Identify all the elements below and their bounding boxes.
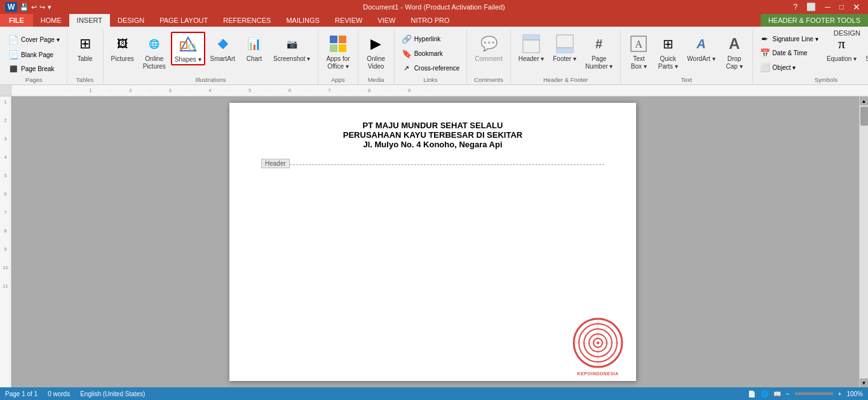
page-break-btn[interactable]: ⬛ Header Page Break — [5, 64, 63, 74]
date-time-btn[interactable]: 📅 Date & Time — [757, 47, 822, 59]
tab-mailings[interactable]: MAILINGS — [278, 14, 327, 27]
online-video-icon: ▶ — [366, 34, 386, 54]
tab-file[interactable]: FILE — [0, 14, 33, 27]
tab-view[interactable]: VIEW — [370, 14, 403, 27]
tab-design[interactable]: DESIGN — [110, 14, 152, 27]
media-buttons: ▶ OnlineVideo — [362, 29, 390, 76]
screenshot-btn[interactable]: 📷 Screenshot ▾ — [269, 32, 314, 65]
page-number-label: PageNumber ▾ — [585, 55, 613, 70]
zoom-in-btn[interactable]: + — [838, 390, 842, 397]
drop-cap-btn[interactable]: A DropCap ▾ — [721, 32, 749, 72]
hf-tools-text: HEADER & FOOTER TOOLS — [768, 17, 860, 24]
text-buttons: A TextBox ▾ ⊞ QuickParts ▾ A WordArt ▾ A… — [625, 29, 748, 76]
hyperlink-btn[interactable]: 🔗 Hyperlink — [398, 33, 463, 45]
zoom-slider[interactable] — [795, 392, 833, 395]
document-page: PT MAJU MUNDUR SEHAT SELALU PERUSAHAAN K… — [229, 103, 636, 381]
header-footer-label: Header & Footer — [543, 76, 588, 84]
tab-review[interactable]: REVIEW — [327, 14, 370, 27]
undo-qa-btn[interactable]: ↩ — [31, 3, 37, 11]
wordart-btn[interactable]: A WordArt ▾ — [683, 32, 719, 65]
ribbon-group-header-footer: Header ▾ Footer ▾ # PageNumber ▾ Header … — [511, 29, 621, 84]
ribbon-group-pages: 📄 Cover Page ▾ 📃 Blank Page ⬛ Header Pag… — [1, 29, 67, 84]
date-time-icon: 📅 — [760, 48, 770, 58]
blank-page-label: Blank Page — [21, 51, 53, 58]
bookmark-btn[interactable]: 🔖 Bookmark — [398, 48, 463, 60]
page-number-icon: # — [589, 34, 609, 54]
close-btn[interactable]: ✕ — [850, 2, 863, 12]
tab-insert[interactable]: INSERT — [69, 14, 110, 27]
wordart-label: WordArt ▾ — [687, 55, 715, 63]
main-area: 1234567891011 PT MAJU MUNDUR SEHAT SELAL… — [0, 97, 868, 387]
header-label-tag: Header — [261, 159, 290, 168]
pictures-btn[interactable]: 🖼 Pictures — [107, 32, 138, 65]
scroll-up-btn[interactable]: ▲ — [860, 97, 869, 105]
apps-for-office-btn[interactable]: Apps forOffice ▾ — [322, 32, 353, 72]
quick-parts-btn[interactable]: ⊞ QuickParts ▾ — [654, 32, 682, 72]
cover-page-label: Cover Page ▾ — [21, 36, 60, 43]
ribbon-group-comments: 💬 Comment Comments — [467, 29, 510, 84]
svg-rect-5 — [330, 44, 337, 52]
view-read-btn[interactable]: 📖 — [773, 390, 781, 397]
pictures-label: Pictures — [111, 55, 134, 63]
text-box-btn[interactable]: A TextBox ▾ — [625, 32, 653, 72]
ribbon-group-text: A TextBox ▾ ⊞ QuickParts ▾ A WordArt ▾ A… — [621, 29, 752, 84]
quick-parts-label: QuickParts ▾ — [658, 55, 678, 70]
ruler-corner — [0, 85, 11, 96]
help-btn[interactable]: ? — [791, 3, 801, 11]
comment-label: Comment — [475, 55, 502, 63]
svg-rect-8 — [523, 35, 539, 40]
hf-tools-label: HEADER & FOOTER TOOLS — [761, 14, 868, 27]
scroll-down-btn[interactable]: ▼ — [860, 378, 869, 387]
view-print-btn[interactable]: 📄 — [748, 390, 756, 397]
quick-access-toolbar: 💾 ↩ ↪ ▾ — [20, 3, 51, 11]
comment-btn[interactable]: 💬 Comment — [471, 32, 506, 65]
scroll-thumb[interactable] — [860, 107, 868, 126]
minimize-btn[interactable]: ─ — [822, 3, 833, 11]
qa-dropdown-btn[interactable]: ▾ — [48, 3, 51, 11]
drop-cap-label: DropCap ▾ — [726, 55, 743, 70]
pages-buttons: 📄 Cover Page ▾ 📃 Blank Page ⬛ Header Pag… — [5, 29, 63, 76]
tab-nitropro[interactable]: NITRO PRO — [403, 14, 457, 27]
ribbon-group-links: 🔗 Hyperlink 🔖 Bookmark ↗ Cross-reference… — [395, 29, 468, 84]
redo-qa-btn[interactable]: ↪ — [39, 3, 45, 11]
pages-stacked: 📄 Cover Page ▾ 📃 Blank Page ⬛ Header Pag… — [5, 32, 63, 75]
ribbon-group-illustrations: 🖼 Pictures 🌐 OnlinePictures Shapes ▾ — [104, 29, 319, 84]
zoom-level: 100% — [846, 390, 863, 397]
cover-page-btn[interactable]: 📄 Cover Page ▾ — [5, 34, 63, 46]
tab-home[interactable]: HOME — [33, 14, 69, 27]
page-break-icon: ⬛ — [8, 65, 18, 72]
svg-text:A: A — [635, 39, 643, 50]
chart-btn[interactable]: 📊 Chart — [240, 32, 268, 65]
footer-btn[interactable]: Footer ▾ — [549, 32, 580, 65]
zoom-out-btn[interactable]: − — [786, 390, 790, 397]
doc-line2: PERUSAHAAN KAYU TERBESAR DI SEKITAR — [261, 130, 604, 140]
blank-page-btn[interactable]: 📃 Blank Page — [5, 49, 63, 61]
svg-rect-3 — [330, 36, 337, 43]
status-bar: Page 1 of 1 0 words English (United Stat… — [0, 387, 868, 400]
online-video-btn[interactable]: ▶ OnlineVideo — [362, 32, 390, 72]
doc-line3: Jl. Mulyo No. 4 Konoho, Negara Api — [261, 140, 604, 149]
online-pictures-label: OnlinePictures — [143, 55, 166, 70]
tab-references[interactable]: REFERENCES — [215, 14, 278, 27]
object-btn[interactable]: ⬜ Object ▾ — [757, 62, 822, 74]
smartart-btn[interactable]: 🔷 SmartArt — [207, 32, 239, 65]
title-bar: W 💾 ↩ ↪ ▾ Document1 - Word (Product Acti… — [0, 0, 868, 14]
watermark-text: KEPOINDONESIA — [573, 371, 623, 376]
header-btn[interactable]: Header ▾ — [515, 32, 548, 65]
page-number-btn[interactable]: # PageNumber ▾ — [581, 32, 616, 72]
chart-label: Chart — [247, 55, 262, 63]
signature-line-btn[interactable]: ✒ Signature Line ▾ — [757, 33, 822, 45]
save-qa-btn[interactable]: 💾 — [20, 3, 29, 11]
tab-hf-design[interactable]: DESIGN — [826, 27, 868, 39]
comments-label: Comments — [474, 76, 503, 84]
shapes-btn[interactable]: Shapes ▾ — [171, 32, 205, 65]
vertical-scrollbar[interactable]: ▲ ▼ — [859, 97, 868, 387]
view-web-btn[interactable]: 🌐 — [761, 390, 768, 397]
online-pictures-btn[interactable]: 🌐 OnlinePictures — [139, 32, 170, 72]
maximize-btn[interactable]: □ — [837, 3, 846, 11]
ribbon-toggle-btn[interactable]: ⬜ — [804, 3, 818, 11]
tab-pagelayout[interactable]: PAGE LAYOUT — [152, 14, 215, 27]
table-btn[interactable]: ⊞ Table — [71, 32, 99, 65]
word-icon: W — [5, 2, 17, 12]
cross-reference-btn[interactable]: ↗ Cross-reference — [398, 63, 463, 74]
